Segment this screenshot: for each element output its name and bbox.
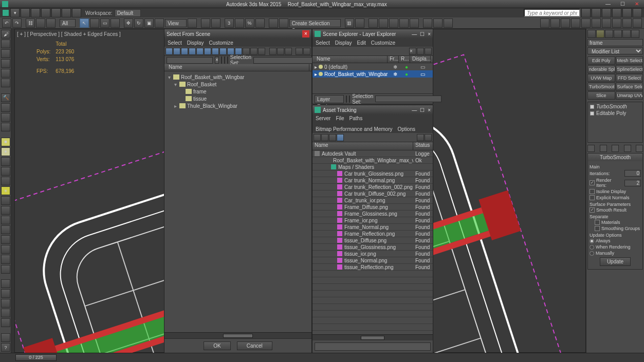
rollout-header[interactable]: TurboSmooth <box>588 154 642 161</box>
lt-2[interactable] <box>1 40 10 48</box>
se-menu-select[interactable]: Select <box>316 40 330 46</box>
at-menu-file[interactable]: File <box>336 116 344 121</box>
named-sel-button2[interactable] <box>279 18 288 28</box>
sfs-ss-3[interactable] <box>227 56 228 64</box>
asset-row[interactable]: Frame_Diffuse.pngFound <box>312 204 433 211</box>
asset-row[interactable]: tissue_Diffuse.pngFound <box>312 237 433 244</box>
sfs-filter-4[interactable] <box>189 48 196 55</box>
sfs-filter-1[interactable] <box>165 48 173 55</box>
at-header[interactable]: Asset Tracking — ☐ × <box>312 105 433 115</box>
modifier-button[interactable]: SplineSelect <box>616 65 643 73</box>
curve-editor-button[interactable] <box>389 18 398 28</box>
update-button[interactable]: Update <box>600 257 631 266</box>
render-frame-button[interactable] <box>433 18 443 28</box>
modifier-button[interactable]: Unwrap UVW <box>616 91 643 100</box>
always-radio[interactable] <box>590 239 594 243</box>
layer-button[interactable] <box>369 18 378 28</box>
asset-row[interactable]: Frame_Normal.pngFound <box>312 224 433 231</box>
se-max-button[interactable]: ☐ <box>420 31 425 37</box>
help-btn-6[interactable] <box>633 8 642 17</box>
sfs-tree-item[interactable]: ▾Roof_Basket_with_Wingbar <box>167 73 309 81</box>
lt-cylinder-icon[interactable] <box>1 157 10 166</box>
se-ft-1[interactable] <box>346 96 347 103</box>
se-menu-edit[interactable]: Edit <box>357 40 366 46</box>
at-path-input[interactable] <box>315 342 431 351</box>
stack-item[interactable]: Editable Poly <box>589 110 641 117</box>
layer-row[interactable]: ▸0 (default)❄●▭ <box>312 63 433 70</box>
stack-show-icon[interactable] <box>600 145 607 152</box>
select-region-button[interactable]: ▭ <box>100 18 109 28</box>
menu-btn-4[interactable] <box>41 8 50 17</box>
lt-6[interactable] <box>1 79 10 87</box>
percent-snap-button[interactable]: % <box>245 18 254 28</box>
tool-r2[interactable] <box>550 18 560 28</box>
keyboard-button[interactable] <box>211 18 220 28</box>
se-menu-display[interactable]: Display <box>335 40 352 46</box>
at-min-button[interactable]: — <box>412 107 417 113</box>
lt-brush-icon[interactable]: 🖌 <box>1 30 10 39</box>
lt-8[interactable] <box>1 103 10 112</box>
lt-29[interactable] <box>1 318 10 327</box>
sfs-filter-16[interactable] <box>285 48 292 55</box>
asset-row[interactable]: Car trunk_Normal.pngFound <box>312 177 433 184</box>
select-manip-button[interactable] <box>201 18 210 28</box>
tool-r1[interactable] <box>540 18 549 28</box>
sfs-menu-display[interactable]: Display <box>187 40 204 46</box>
at-tb-6[interactable] <box>425 134 432 141</box>
sfs-filter-14[interactable] <box>269 48 277 55</box>
sfs-filter-6[interactable] <box>204 48 211 55</box>
sfs-header[interactable]: Select From Scene × <box>164 29 311 39</box>
at-tb-2[interactable] <box>321 134 328 141</box>
modifier-stack[interactable]: TurboSmoothEditable Poly <box>587 102 643 143</box>
help-btn-1[interactable] <box>581 8 591 17</box>
stack-pin-icon[interactable] <box>587 145 595 152</box>
modifier-button[interactable]: TurboSmooth <box>587 83 615 91</box>
at-tb-5[interactable] <box>417 134 424 141</box>
at-close-button[interactable]: × <box>428 107 431 113</box>
modifier-button[interactable]: Edit Poly <box>587 56 615 65</box>
stack-unique-icon[interactable] <box>612 145 619 152</box>
modifier-button[interactable]: Surface Select <box>616 83 643 91</box>
at-tb-3[interactable] <box>329 134 336 141</box>
help-btn-2[interactable] <box>592 8 601 17</box>
workspace-dropdown[interactable]: Default <box>115 9 141 17</box>
menu-btn-5[interactable] <box>51 8 61 17</box>
use-center-button[interactable] <box>188 18 197 28</box>
timeline[interactable]: 0 / 225 <box>0 353 644 362</box>
lt-20[interactable] <box>1 225 10 234</box>
se-tb-2[interactable] <box>417 48 424 55</box>
lt-9[interactable] <box>1 113 10 122</box>
link-button[interactable]: ⛓ <box>26 18 35 28</box>
lt-22[interactable] <box>1 245 10 254</box>
menu-btn-3[interactable] <box>31 8 40 17</box>
lt-help-icon[interactable]: ? <box>1 343 10 352</box>
sfs-filter-9[interactable] <box>227 48 234 55</box>
minimize-button[interactable]: — <box>603 1 613 7</box>
asset-row[interactable]: Car trunk_Reflection_002.pngFound <box>312 184 433 190</box>
help-search-input[interactable] <box>524 9 580 17</box>
mirror-button[interactable]: ▥ <box>345 18 354 28</box>
material-editor-button[interactable] <box>410 18 419 28</box>
lt-19[interactable] <box>1 216 10 224</box>
placement-tool[interactable] <box>155 18 164 28</box>
asset-row[interactable]: Frame_Glossiness.pngFound <box>312 211 433 217</box>
menu-btn-2[interactable] <box>21 8 30 17</box>
time-slider[interactable]: 0 / 225 <box>15 354 57 361</box>
lt-28[interactable] <box>1 309 10 317</box>
unlink-button[interactable] <box>36 18 45 28</box>
toggle-ribbon-button[interactable] <box>379 18 388 28</box>
named-selection-dropdown[interactable]: Create Selection Se <box>289 19 341 27</box>
lt-light-icon[interactable]: ☀ <box>1 186 10 195</box>
redo-button[interactable]: ↷ <box>12 18 22 28</box>
asset-row[interactable]: tissue_ior.pngFound <box>312 251 433 257</box>
sfs-ss-2[interactable] <box>224 56 225 64</box>
explicit-checkbox[interactable] <box>590 195 595 200</box>
close-button[interactable]: ✕ <box>632 1 642 7</box>
sfs-ok-button[interactable]: OK <box>204 341 230 350</box>
spinner-snap-button[interactable] <box>255 18 265 28</box>
sfs-filter-5[interactable] <box>196 48 204 55</box>
scale-tool[interactable]: ▣ <box>144 18 154 28</box>
render-setup-button[interactable] <box>423 18 432 28</box>
align-button[interactable] <box>355 18 364 28</box>
lt-25[interactable] <box>1 279 10 288</box>
